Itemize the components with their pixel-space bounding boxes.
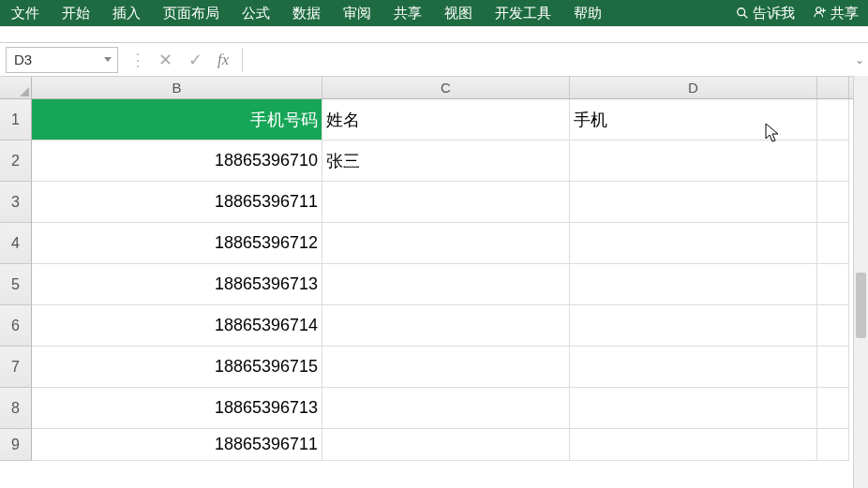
cell-B1[interactable]: 手机号码: [32, 99, 322, 140]
spreadsheet-grid: B C D 1 手机号码 姓名 手机 2 18865396710 张三 3 18…: [0, 77, 868, 461]
tell-me-label: 告诉我: [753, 5, 795, 22]
cell-E5[interactable]: [817, 264, 849, 305]
row-header-2[interactable]: 2: [0, 140, 32, 182]
cell-C6[interactable]: [322, 305, 570, 347]
cell-E4[interactable]: [817, 223, 849, 264]
cell-C2[interactable]: 张三: [322, 140, 570, 182]
table-row: 8 18865396713: [0, 388, 868, 429]
cell-C1[interactable]: 姓名: [322, 99, 570, 140]
row-header-9[interactable]: 9: [0, 429, 32, 461]
cell-B4[interactable]: 18865396712: [32, 223, 322, 264]
cell-D9[interactable]: [570, 429, 817, 461]
tab-share-tab[interactable]: 共享: [382, 0, 433, 26]
fx-icon[interactable]: fx: [210, 51, 236, 69]
column-headers: B C D: [0, 77, 868, 99]
cell-D4[interactable]: [570, 223, 817, 264]
cell-B2[interactable]: 18865396710: [32, 140, 322, 182]
cancel-formula-button[interactable]: ✕: [150, 50, 180, 70]
row-header-7[interactable]: 7: [0, 347, 32, 388]
tab-developer[interactable]: 开发工具: [484, 0, 562, 26]
cell-E8[interactable]: [817, 388, 849, 429]
cell-C9[interactable]: [322, 429, 570, 461]
table-row: 5 18865396713: [0, 264, 868, 305]
svg-point-0: [738, 8, 745, 16]
cell-B5[interactable]: 18865396713: [32, 264, 322, 305]
tab-formulas[interactable]: 公式: [231, 0, 281, 26]
cell-B6[interactable]: 18865396714: [32, 305, 322, 347]
cell-C8[interactable]: [322, 388, 570, 429]
ribbon: 文件 开始 插入 页面布局 公式 数据 审阅 共享 视图 开发工具 帮助 告诉我…: [0, 0, 868, 26]
table-row: 1 手机号码 姓名 手机: [0, 99, 868, 140]
cell-E6[interactable]: [817, 305, 849, 347]
tab-view[interactable]: 视图: [433, 0, 484, 26]
cell-D3[interactable]: [570, 182, 817, 223]
row-header-3[interactable]: 3: [0, 182, 32, 223]
svg-point-2: [816, 7, 821, 11]
separator: ⋮: [126, 50, 150, 70]
tab-file[interactable]: 文件: [0, 0, 51, 26]
cell-C7[interactable]: [322, 347, 570, 388]
cell-B3[interactable]: 18865396711: [32, 182, 322, 223]
cell-B7[interactable]: 18865396715: [32, 347, 322, 388]
name-box[interactable]: D3: [6, 47, 118, 73]
row-header-4[interactable]: 4: [0, 223, 32, 264]
table-row: 4 18865396712: [0, 223, 868, 264]
tab-help[interactable]: 帮助: [562, 0, 613, 26]
row-header-1[interactable]: 1: [0, 99, 32, 140]
ribbon-panel: [0, 26, 868, 43]
column-header-B[interactable]: B: [32, 77, 322, 98]
check-icon: ✓: [188, 50, 202, 70]
table-row: 6 18865396714: [0, 305, 868, 347]
column-header-next[interactable]: [817, 77, 849, 98]
x-icon: ✕: [158, 50, 172, 70]
search-icon: [736, 7, 749, 20]
column-header-D[interactable]: D: [570, 77, 817, 98]
formula-input[interactable]: [242, 48, 851, 72]
tab-insert[interactable]: 插入: [101, 0, 152, 26]
cell-E9[interactable]: [817, 429, 849, 461]
select-all-corner[interactable]: [0, 77, 32, 98]
scrollbar-thumb[interactable]: [856, 273, 866, 338]
row-header-6[interactable]: 6: [0, 305, 32, 347]
table-row: 3 18865396711: [0, 182, 868, 223]
share-icon: [814, 6, 827, 22]
tell-me[interactable]: 告诉我: [726, 0, 804, 26]
cell-D1[interactable]: 手机: [570, 99, 817, 140]
cell-E3[interactable]: [817, 182, 849, 223]
tab-data[interactable]: 数据: [281, 0, 332, 26]
cell-D2[interactable]: [570, 140, 817, 182]
table-row: 9 18865396711: [0, 429, 868, 461]
cell-D7[interactable]: [570, 347, 817, 388]
vertical-scrollbar[interactable]: [853, 76, 868, 488]
svg-line-1: [744, 15, 748, 19]
svg-marker-5: [20, 87, 29, 96]
enter-formula-button[interactable]: ✓: [180, 50, 210, 70]
cell-B8[interactable]: 18865396713: [32, 388, 322, 429]
cell-B9[interactable]: 18865396711: [32, 429, 322, 461]
expand-formula-bar[interactable]: ⌄: [851, 53, 868, 67]
cell-D6[interactable]: [570, 305, 817, 347]
chevron-down-icon: ⌄: [855, 53, 864, 67]
tab-pagelayout[interactable]: 页面布局: [152, 0, 231, 26]
tab-review[interactable]: 审阅: [332, 0, 382, 26]
cell-E2[interactable]: [817, 140, 849, 182]
chevron-down-icon: [104, 57, 112, 62]
cell-C5[interactable]: [322, 264, 570, 305]
name-box-value: D3: [14, 52, 32, 67]
share-button[interactable]: 共享: [804, 0, 868, 26]
formula-bar: D3 ⋮ ✕ ✓ fx ⌄: [0, 43, 868, 77]
cell-E7[interactable]: [817, 347, 849, 388]
table-row: 7 18865396715: [0, 347, 868, 388]
tab-home[interactable]: 开始: [51, 0, 101, 26]
cell-D5[interactable]: [570, 264, 817, 305]
cell-D8[interactable]: [570, 388, 817, 429]
cell-C3[interactable]: [322, 182, 570, 223]
column-header-C[interactable]: C: [322, 77, 570, 98]
row-header-5[interactable]: 5: [0, 264, 32, 305]
row-header-8[interactable]: 8: [0, 388, 32, 429]
cell-C4[interactable]: [322, 223, 570, 264]
table-row: 2 18865396710 张三: [0, 140, 868, 182]
share-label: 共享: [831, 5, 859, 22]
cell-E1[interactable]: [817, 99, 849, 140]
